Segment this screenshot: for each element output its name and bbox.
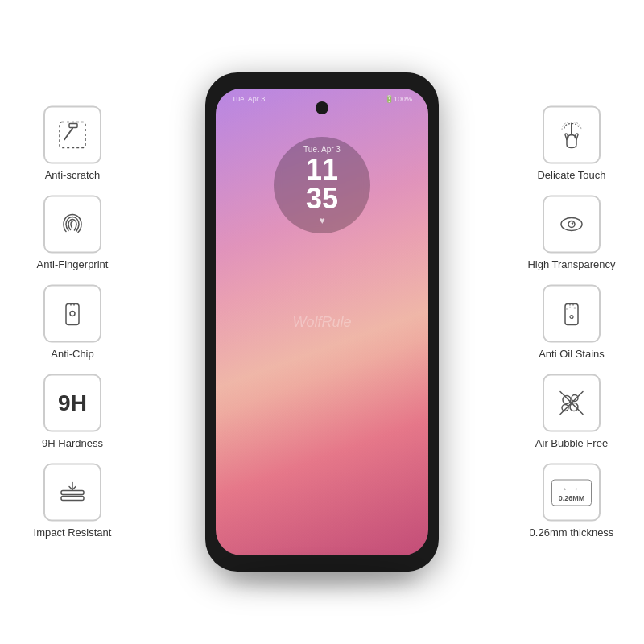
svg-point-12 xyxy=(572,222,573,224)
svg-rect-8 xyxy=(61,497,84,501)
chip-icon xyxy=(55,296,90,332)
svg-point-19 xyxy=(574,307,576,309)
feature-delicate-touch: Delicate Touch xyxy=(537,106,605,181)
svg-point-18 xyxy=(569,307,571,308)
svg-rect-7 xyxy=(61,491,84,495)
svg-rect-13 xyxy=(565,304,578,325)
svg-point-4 xyxy=(70,312,75,316)
anti-chip-icon-box xyxy=(43,285,101,343)
thickness-icon-box: → ← 0.26MM xyxy=(543,464,601,522)
glass-overlay xyxy=(205,72,439,572)
svg-point-17 xyxy=(566,308,568,310)
feature-impact-resistant: Impact Resistant xyxy=(34,464,112,539)
feature-anti-scratch: Anti-scratch xyxy=(43,106,101,181)
transparency-label: High Transparency xyxy=(527,258,615,270)
oil-icon-box xyxy=(543,285,601,343)
feature-anti-oil: Anti Oil Stains xyxy=(539,285,605,360)
oil-icon xyxy=(554,296,589,332)
svg-point-10 xyxy=(561,218,582,231)
svg-rect-3 xyxy=(66,304,79,325)
bubble-label: Air Bubble Free xyxy=(535,437,608,449)
svg-point-14 xyxy=(570,316,573,319)
oil-label: Anti Oil Stains xyxy=(539,348,605,360)
phone-container: Tue. Apr 3 🔋100% Tue. Apr 3 11 35 ♥ Wolf… xyxy=(205,72,439,572)
thickness-inner: → ← 0.26MM xyxy=(551,479,592,506)
feature-thickness: → ← 0.26MM 0.26mm thickness xyxy=(530,464,614,539)
anti-scratch-label: Anti-scratch xyxy=(45,169,101,181)
feature-high-transparency: High Transparency xyxy=(527,196,615,270)
phone-outer: Tue. Apr 3 🔋100% Tue. Apr 3 11 35 ♥ Wolf… xyxy=(205,72,439,572)
right-features-column: Delicate Touch High Transparency xyxy=(507,106,636,539)
anti-chip-label: Anti-Chip xyxy=(51,348,93,360)
fingerprint-icon xyxy=(55,207,90,242)
impact-icon-box xyxy=(43,464,101,522)
feature-anti-fingerprint: Anti-Fingerprint xyxy=(37,196,109,270)
svg-line-1 xyxy=(64,129,72,140)
thickness-value: 0.26MM xyxy=(559,493,585,502)
eye-icon xyxy=(554,207,589,242)
touch-label: Delicate Touch xyxy=(537,169,605,181)
svg-rect-2 xyxy=(69,124,77,128)
anti-fingerprint-label: Anti-Fingerprint xyxy=(37,258,109,270)
left-features-column: Anti-scratch Anti-Fingerprint xyxy=(8,106,137,539)
anti-fingerprint-icon-box xyxy=(43,196,101,254)
thickness-label: 0.26mm thickness xyxy=(530,526,614,539)
thickness-arrows-icon: → ← xyxy=(559,483,584,493)
touch-icon-box xyxy=(543,106,601,164)
feature-9h-hardness: 9H 9H Hardness xyxy=(42,374,103,449)
svg-point-20 xyxy=(563,396,571,404)
impact-label: Impact Resistant xyxy=(34,526,112,539)
touch-icon xyxy=(554,118,589,153)
hardness-label: 9H Hardness xyxy=(42,437,103,449)
hardness-value: 9H xyxy=(58,390,87,416)
feature-air-bubble: Air Bubble Free xyxy=(535,374,608,449)
anti-scratch-icon-box xyxy=(43,106,101,164)
eye-icon-box xyxy=(543,196,601,254)
hardness-icon-box: 9H xyxy=(43,374,101,432)
svg-rect-0 xyxy=(60,122,85,148)
svg-point-11 xyxy=(568,221,575,228)
bubble-icon-box xyxy=(543,374,601,432)
scratch-icon xyxy=(55,118,90,153)
main-container: Anti-scratch Anti-Fingerprint xyxy=(0,0,644,644)
feature-anti-chip: Anti-Chip xyxy=(43,285,101,360)
impact-icon xyxy=(55,475,90,510)
bubble-icon xyxy=(554,386,589,421)
